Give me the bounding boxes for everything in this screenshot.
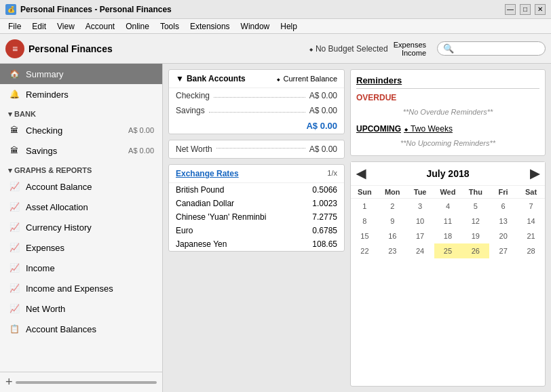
bank-checking-value: A$ 0.00 bbox=[309, 91, 337, 100]
brand-area: ≡ Personal Finances bbox=[5, 39, 303, 58]
dotted-line-savings bbox=[209, 103, 305, 113]
chart-icon-account-balances: 📋 bbox=[8, 323, 20, 335]
cal-cell-3[interactable]: 3 bbox=[406, 199, 434, 214]
cal-cell-2[interactable]: 2 bbox=[379, 199, 406, 214]
cal-cell-27[interactable]: 27 bbox=[489, 243, 517, 258]
reminders-title: Reminders bbox=[356, 75, 539, 89]
sidebar-item-net-worth[interactable]: 📈 Net Worth bbox=[0, 298, 162, 319]
sidebar-add-button[interactable]: + bbox=[5, 375, 13, 389]
sidebar-item-reminders[interactable]: 🔔 Reminders bbox=[0, 84, 162, 104]
sidebar-label-account-balances: Account Balances bbox=[26, 324, 96, 334]
cal-cell-1[interactable]: 1 bbox=[351, 199, 379, 214]
net-worth-value: A$ 0.00 bbox=[309, 144, 337, 154]
calendar-prev-button[interactable]: ◀ bbox=[356, 166, 366, 181]
expenses-income-toggle[interactable]: Expenses Income bbox=[394, 41, 426, 57]
sidebar-item-account-balance[interactable]: 📈 Account Balance bbox=[0, 176, 162, 197]
cal-cell-14[interactable]: 14 bbox=[517, 214, 545, 229]
cal-cell-21[interactable]: 21 bbox=[517, 229, 545, 243]
cal-cell-7[interactable]: 7 bbox=[517, 199, 545, 214]
sidebar-item-savings[interactable]: 🏛 Savings A$ 0.00 bbox=[0, 140, 162, 161]
exchange-currency-4: Japanese Yen bbox=[176, 239, 227, 249]
calendar-header: ◀ July 2018 ▶ bbox=[351, 162, 545, 186]
menu-account[interactable]: Account bbox=[80, 20, 120, 33]
cal-cell-28[interactable]: 28 bbox=[517, 243, 545, 258]
exchange-currency-3: Euro bbox=[176, 226, 193, 235]
menu-file[interactable]: File bbox=[3, 20, 26, 33]
minimize-button[interactable]: — bbox=[505, 4, 516, 15]
reminders-overdue-label: OVERDUE bbox=[356, 93, 539, 102]
exchange-row-0: British Pound 0.5066 bbox=[169, 183, 344, 197]
cal-cell-16[interactable]: 16 bbox=[379, 229, 406, 243]
menu-tools[interactable]: Tools bbox=[155, 20, 185, 33]
budget-selector[interactable]: ⬥ No Budget Selected bbox=[309, 44, 388, 54]
cal-cell-13[interactable]: 13 bbox=[489, 214, 517, 229]
sidebar-item-checking[interactable]: 🏛 Checking A$ 0.00 bbox=[0, 120, 162, 140]
cal-cell-22[interactable]: 22 bbox=[351, 243, 379, 258]
cal-cell-20[interactable]: 20 bbox=[489, 229, 517, 243]
sidebar-scroll-bar[interactable] bbox=[16, 381, 157, 384]
dotted-line-networth bbox=[216, 148, 305, 149]
bank-icon-checking: 🏛 bbox=[8, 124, 20, 136]
cal-cell-4[interactable]: 4 bbox=[434, 199, 462, 214]
sidebar-item-expenses[interactable]: 📈 Expenses bbox=[0, 237, 162, 258]
sidebar-label-savings: Savings bbox=[26, 146, 57, 156]
cal-cell-5[interactable]: 5 bbox=[461, 199, 489, 214]
bank-accounts-title: Bank Accounts bbox=[187, 74, 246, 83]
exchange-row-2: Chinese 'Yuan' Renminbi 7.2775 bbox=[169, 210, 344, 224]
cal-cell-12[interactable]: 12 bbox=[461, 214, 489, 229]
cal-cell-23[interactable]: 23 bbox=[379, 243, 406, 258]
cal-cell-10[interactable]: 10 bbox=[406, 214, 434, 229]
calendar-next-button[interactable]: ▶ bbox=[530, 166, 539, 181]
exchange-currency-2: Chinese 'Yuan' Renminbi bbox=[176, 212, 266, 222]
cal-day-fri: Fri bbox=[489, 186, 517, 199]
cal-cell-15[interactable]: 15 bbox=[351, 229, 379, 243]
sidebar-item-account-balances[interactable]: 📋 Account Balances bbox=[0, 319, 162, 339]
maximize-button[interactable]: □ bbox=[520, 4, 531, 15]
menu-online[interactable]: Online bbox=[120, 20, 155, 33]
cal-cell-6[interactable]: 6 bbox=[489, 199, 517, 214]
reminders-upcoming-section[interactable]: UPCOMING ⬥ Two Weeks bbox=[356, 124, 539, 134]
sidebar-item-income-expenses[interactable]: 📈 Income and Expenses bbox=[0, 278, 162, 298]
menu-view[interactable]: View bbox=[52, 20, 80, 33]
calendar-month-title: July 2018 bbox=[426, 168, 469, 179]
close-button[interactable]: ✕ bbox=[535, 4, 546, 15]
cal-cell-9[interactable]: 9 bbox=[379, 214, 406, 229]
sidebar-item-income[interactable]: 📈 Income bbox=[0, 258, 162, 278]
menu-edit[interactable]: Edit bbox=[26, 20, 52, 33]
cal-cell-17[interactable]: 17 bbox=[406, 229, 434, 243]
dotted-line-checking bbox=[214, 88, 305, 98]
summary-icon: 🏠 bbox=[8, 68, 20, 80]
net-worth-box: Net Worth A$ 0.00 bbox=[168, 140, 345, 159]
chart-icon-expenses: 📈 bbox=[8, 241, 20, 254]
cal-cell-26[interactable]: 26 bbox=[461, 243, 489, 258]
sidebar-item-summary[interactable]: 🏠 Summary bbox=[0, 64, 162, 84]
cal-cell-8[interactable]: 8 bbox=[351, 214, 379, 229]
search-input[interactable] bbox=[457, 44, 538, 54]
sidebar-value-savings: A$ 0.00 bbox=[128, 146, 154, 155]
chart-icon-account-balance: 📈 bbox=[8, 180, 20, 193]
search-bar[interactable]: 🔍 bbox=[437, 41, 546, 56]
menu-extensions[interactable]: Extensions bbox=[185, 20, 235, 33]
sidebar-item-currency-history[interactable]: 📈 Currency History bbox=[0, 217, 162, 237]
cal-cell-18[interactable]: 18 bbox=[434, 229, 462, 243]
sidebar-label-summary: Summary bbox=[26, 69, 64, 79]
cal-cell-25[interactable]: 25 bbox=[434, 243, 462, 258]
cal-cell-19[interactable]: 19 bbox=[461, 229, 489, 243]
sidebar-label-reminders: Reminders bbox=[26, 90, 69, 100]
menu-help[interactable]: Help bbox=[275, 20, 303, 33]
sidebar-item-asset-allocation[interactable]: 📈 Asset Allocation bbox=[0, 197, 162, 217]
cal-cell-24[interactable]: 24 bbox=[406, 243, 434, 258]
menu-bar: File Edit View Account Online Tools Exte… bbox=[0, 19, 551, 34]
bank-accounts-box: ▼ Bank Accounts ⬥ Current Balance Checki… bbox=[168, 69, 345, 134]
exchange-rate-2: 7.2775 bbox=[312, 212, 337, 222]
menu-window[interactable]: Window bbox=[235, 20, 276, 33]
chart-icon-net-worth: 📈 bbox=[8, 302, 20, 315]
net-worth-label: Net Worth bbox=[176, 144, 212, 154]
reminders-icon: 🔔 bbox=[8, 88, 20, 100]
bank-accounts-collapse-icon[interactable]: ▼ bbox=[176, 74, 184, 83]
center-panel: ▼ Bank Accounts ⬥ Current Balance Checki… bbox=[168, 69, 345, 387]
calendar-grid: Sun Mon Tue Wed Thu Fri Sat 1 2 bbox=[351, 186, 545, 258]
bank-accounts-header: ▼ Bank Accounts ⬥ Current Balance bbox=[169, 70, 344, 88]
cal-cell-11[interactable]: 11 bbox=[434, 214, 462, 229]
exchange-rates-title[interactable]: Exchange Rates bbox=[176, 169, 239, 178]
